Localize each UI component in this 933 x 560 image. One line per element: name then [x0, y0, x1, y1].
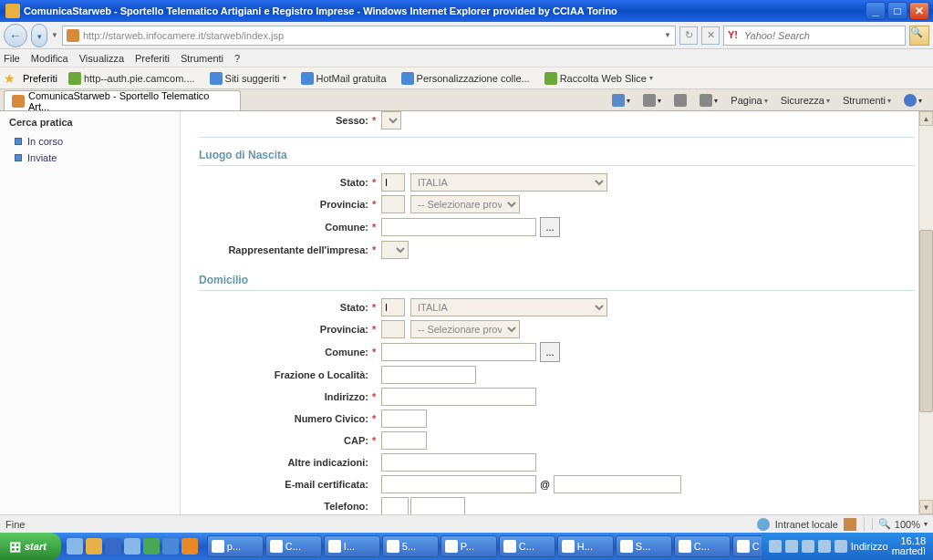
ql-icon[interactable]	[181, 538, 198, 555]
menu-file[interactable]: File	[4, 53, 20, 64]
favorites-star-icon[interactable]: ★	[4, 71, 16, 86]
tray-icon[interactable]	[818, 540, 831, 553]
fav-item-webslice[interactable]: Raccolta Web Slice	[541, 70, 657, 87]
task-button[interactable]: C...	[265, 535, 322, 557]
task-button[interactable]: I...	[324, 535, 380, 557]
input-altre[interactable]	[381, 453, 536, 472]
input-provincia-code[interactable]	[381, 195, 405, 213]
input-stato-code[interactable]	[381, 173, 405, 192]
start-button[interactable]: start	[0, 533, 61, 560]
input-cap[interactable]	[381, 431, 427, 450]
address-bar[interactable]: ▼	[62, 26, 676, 46]
tray-indirizzo[interactable]: Indirizzo	[851, 541, 888, 552]
scroll-up-button[interactable]: ▲	[919, 111, 933, 126]
ql-icon[interactable]	[143, 538, 160, 555]
task-buttons: p... C... I... 5... P... C... H... S... …	[203, 535, 762, 557]
task-button[interactable]: 5...	[382, 535, 439, 557]
task-button[interactable]: p...	[207, 535, 264, 557]
task-button[interactable]: C...	[499, 535, 555, 557]
page-menu-button[interactable]: Pagina	[727, 93, 771, 108]
input-frazione[interactable]	[381, 366, 476, 384]
zoom-control[interactable]: 🔍 100% ▾	[872, 518, 928, 530]
menu-modifica[interactable]: Modifica	[31, 53, 68, 64]
bullet-icon	[15, 138, 22, 145]
stop-button[interactable]: ✕	[701, 26, 720, 45]
required-icon: *	[372, 391, 381, 402]
scroll-down-button[interactable]: ▼	[919, 500, 933, 514]
task-button[interactable]: P...	[441, 535, 497, 557]
task-button[interactable]: C I...	[732, 535, 762, 557]
tools-menu-button[interactable]: Strumenti	[839, 93, 895, 108]
task-button[interactable]: S...	[616, 535, 672, 557]
back-button[interactable]	[4, 24, 27, 47]
zoom-icon: 🔍	[878, 518, 891, 530]
maximize-button[interactable]: □	[887, 2, 907, 20]
menu-help[interactable]: ?	[234, 53, 240, 64]
ie-toolbar: ▾ ▾ ▾ Pagina Sicurezza Strumenti ▾	[605, 90, 929, 110]
sidebar-item-incorso[interactable]: In corso	[9, 133, 171, 150]
select-stato-dom[interactable]: ITALIA	[410, 298, 607, 316]
input-telefono-prefix[interactable]	[381, 497, 409, 514]
print-button[interactable]: ▾	[696, 92, 721, 109]
search-button[interactable]: 🔍	[909, 26, 929, 46]
close-button[interactable]: ✕	[909, 2, 929, 20]
ql-icon[interactable]	[124, 538, 140, 555]
tabs-bar: ComunicaStarweb - Sportello Telematico A…	[0, 89, 933, 111]
menu-strumenti[interactable]: Strumenti	[181, 53, 223, 64]
address-drop-icon[interactable]: ▼	[664, 31, 671, 39]
input-civico[interactable]	[381, 410, 427, 428]
menu-visualizza[interactable]: Visualizza	[79, 53, 124, 64]
forward-button[interactable]	[31, 24, 47, 47]
select-rappresentante[interactable]	[381, 241, 409, 259]
feeds-button[interactable]: ▾	[639, 92, 665, 109]
help-button[interactable]: ▾	[900, 92, 926, 109]
safety-menu-button[interactable]: Sicurezza	[777, 93, 834, 108]
tray-icon[interactable]	[802, 540, 814, 553]
nav-drop-icon[interactable]: ▼	[51, 31, 58, 39]
ql-icon[interactable]	[86, 538, 102, 555]
select-stato[interactable]: ITALIA	[410, 173, 607, 192]
vertical-scrollbar[interactable]: ▲ ▼	[918, 111, 933, 514]
input-telefono-number[interactable]	[410, 497, 465, 514]
minimize-button[interactable]: _	[866, 2, 886, 20]
search-box[interactable]: Y!	[723, 26, 906, 46]
ql-icon[interactable]	[162, 538, 179, 555]
input-provincia-dom-code[interactable]	[381, 320, 405, 338]
tray-icon[interactable]	[785, 540, 798, 553]
task-button[interactable]: C...	[674, 535, 731, 557]
mail-button[interactable]	[670, 92, 690, 109]
home-button[interactable]: ▾	[608, 92, 634, 109]
search-input[interactable]	[744, 30, 901, 41]
lookup-comune-dom-button[interactable]: ...	[540, 342, 560, 362]
clock[interactable]: 16.18 martedì	[892, 536, 926, 556]
refresh-button[interactable]: ↻	[679, 26, 698, 45]
select-provincia-dom[interactable]: -- Selezionare prov. --	[410, 320, 520, 338]
fav-item-pers[interactable]: Personalizzazione colle...	[398, 70, 534, 87]
input-email-user[interactable]	[381, 475, 536, 493]
favorites-label[interactable]: Preferiti	[23, 73, 57, 84]
titlebar: ComunicaStarweb - Sportello Telematico A…	[0, 0, 933, 22]
fav-item-auth[interactable]: http--auth.pie.camcom....	[65, 70, 199, 87]
task-button[interactable]: H...	[557, 535, 614, 557]
ql-icon[interactable]	[67, 538, 83, 555]
scroll-thumb[interactable]	[919, 230, 933, 412]
ql-icon[interactable]	[105, 538, 121, 555]
select-sesso[interactable]	[381, 111, 401, 130]
input-indirizzo[interactable]	[381, 388, 536, 406]
input-stato-dom-code[interactable]	[381, 298, 405, 316]
url-input[interactable]	[83, 30, 664, 41]
sidebar-item-inviate[interactable]: Inviate	[9, 150, 171, 166]
required-icon: *	[372, 222, 381, 233]
fav-item-hotmail[interactable]: HotMail gratuita	[297, 70, 390, 87]
menu-preferiti[interactable]: Preferiti	[135, 53, 170, 64]
tray-icon[interactable]	[835, 540, 847, 553]
tray-icon[interactable]	[769, 540, 782, 553]
tab-starweb[interactable]: ComunicaStarweb - Sportello Telematico A…	[4, 90, 241, 110]
fav-item-siti[interactable]: Siti suggeriti	[206, 70, 290, 87]
input-comune-dom[interactable]	[381, 343, 536, 361]
select-provincia[interactable]: -- Selezionare prov. --	[410, 195, 520, 213]
input-comune[interactable]	[381, 218, 536, 236]
help-icon	[904, 94, 917, 107]
input-email-domain[interactable]	[554, 475, 681, 493]
lookup-comune-button[interactable]: ...	[540, 217, 560, 237]
